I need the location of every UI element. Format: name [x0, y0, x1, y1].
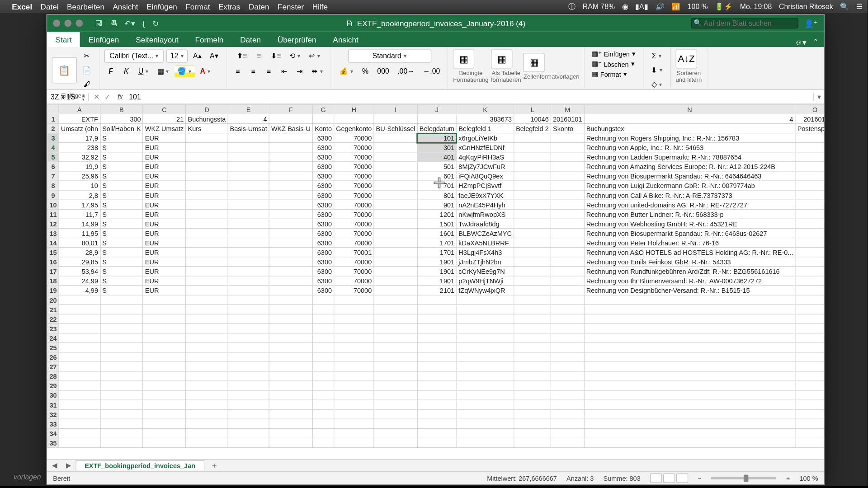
cell-I29[interactable] — [374, 381, 417, 390]
cell-F30[interactable] — [269, 390, 312, 400]
cell-F29[interactable] — [269, 381, 312, 390]
cell-D4[interactable] — [186, 143, 228, 152]
cell-D2[interactable]: Kurs — [186, 123, 228, 133]
cell-K16[interactable]: jJmbZTjhN2bn — [457, 257, 514, 267]
cell-D32[interactable] — [186, 409, 228, 419]
cell-J22[interactable] — [417, 314, 457, 324]
cell-I10[interactable] — [374, 200, 417, 209]
cell-K7[interactable]: iFQiA8QuQ9ex — [457, 171, 514, 181]
cell-B4[interactable]: S — [100, 143, 143, 152]
zoom-window-icon[interactable] — [75, 19, 83, 27]
cell-I21[interactable] — [374, 305, 417, 314]
format-as-table-button[interactable]: ▦ — [491, 49, 512, 68]
cell-H19[interactable]: 70000 — [334, 286, 374, 295]
cell-A14[interactable]: 80,01 — [59, 238, 100, 248]
cell-M23[interactable] — [551, 324, 584, 333]
cell-O5[interactable] — [795, 152, 824, 162]
cell-M31[interactable] — [551, 400, 584, 409]
select-all-corner[interactable] — [47, 104, 59, 114]
cell-N19[interactable]: Rechnung von Designbücher-Versand: R.-Nr… — [584, 286, 795, 295]
cell-M13[interactable] — [551, 228, 584, 238]
cell-K6[interactable]: 8MjZy7JCwFuR — [457, 162, 514, 171]
cell-M21[interactable] — [551, 305, 584, 314]
cell-H3[interactable]: 70000 — [334, 133, 374, 143]
cell-O7[interactable] — [795, 171, 824, 181]
row-header-13[interactable]: 13 — [47, 228, 59, 238]
cell-O32[interactable] — [795, 409, 824, 419]
col-header-K[interactable]: K — [457, 104, 514, 114]
cell-I12[interactable] — [374, 219, 417, 228]
cell-J7[interactable]: 601 — [417, 171, 457, 181]
cell-A22[interactable] — [59, 314, 100, 324]
cell-C18[interactable]: EUR — [143, 276, 186, 286]
cell-H12[interactable]: 70000 — [334, 219, 374, 228]
cell-I26[interactable] — [374, 352, 417, 362]
cell-D6[interactable] — [186, 162, 228, 171]
cell-G27[interactable] — [313, 362, 334, 371]
cell-D19[interactable] — [186, 286, 228, 295]
cell-N7[interactable]: Rechnung von Biosupermarkt Spandau: R.-N… — [584, 171, 795, 181]
cell-I1[interactable] — [374, 114, 417, 123]
cell-K15[interactable]: H3Lgj4FsX4h3 — [457, 248, 514, 257]
cell-N15[interactable]: Rechnung von A&O HOTELS ad HOSTELS Holdi… — [584, 248, 795, 257]
font-color-button[interactable]: A — [197, 65, 213, 78]
cell-E35[interactable] — [228, 438, 269, 447]
cell-C6[interactable]: EUR — [143, 162, 186, 171]
cell-L11[interactable] — [514, 209, 551, 219]
cell-G29[interactable] — [313, 381, 334, 390]
cell-E21[interactable] — [228, 305, 269, 314]
cell-O20[interactable] — [795, 295, 824, 305]
cell-M3[interactable] — [551, 133, 584, 143]
cell-K14[interactable]: kDaXA5NLBRRF — [457, 238, 514, 248]
cell-L25[interactable] — [514, 343, 551, 352]
cell-B15[interactable]: S — [100, 248, 143, 257]
cell-O1[interactable]: 20160101 — [795, 114, 824, 123]
cell-E23[interactable] — [228, 324, 269, 333]
cell-K8[interactable]: HZmpPCjSvvtf — [457, 181, 514, 190]
cell-L28[interactable] — [514, 371, 551, 381]
cell-D22[interactable] — [186, 314, 228, 324]
undo-icon[interactable]: ↶▾ — [124, 19, 135, 28]
cell-N29[interactable] — [584, 381, 795, 390]
cell-O19[interactable] — [795, 286, 824, 295]
cell-I20[interactable] — [374, 295, 417, 305]
cell-C1[interactable]: 21 — [143, 114, 186, 123]
cell-L21[interactable] — [514, 305, 551, 314]
cell-D26[interactable] — [186, 352, 228, 362]
cell-E18[interactable] — [228, 276, 269, 286]
cell-K32[interactable] — [457, 409, 514, 419]
cell-E22[interactable] — [228, 314, 269, 324]
row-header-24[interactable]: 24 — [47, 333, 59, 343]
cell-G11[interactable]: 6300 — [313, 209, 334, 219]
cell-N5[interactable]: Rechnung von Ladden Supermarkt: R.-Nr.: … — [584, 152, 795, 162]
row-header-7[interactable]: 7 — [47, 171, 59, 181]
align-bottom-icon[interactable]: ⬇≡ — [268, 49, 284, 62]
cell-A3[interactable]: 17,9 — [59, 133, 100, 143]
cell-I19[interactable] — [374, 286, 417, 295]
cell-J16[interactable]: 1901 — [417, 257, 457, 267]
cell-N25[interactable] — [584, 343, 795, 352]
cell-L30[interactable] — [514, 390, 551, 400]
cell-D20[interactable] — [186, 295, 228, 305]
copy-icon[interactable]: 📄 — [79, 64, 94, 77]
cell-H18[interactable]: 70000 — [334, 276, 374, 286]
cell-J10[interactable]: 901 — [417, 200, 457, 209]
cell-I7[interactable] — [374, 171, 417, 181]
col-header-B[interactable]: B — [100, 104, 143, 114]
cell-C4[interactable]: EUR — [143, 143, 186, 152]
cell-N32[interactable] — [584, 409, 795, 419]
cell-A32[interactable] — [59, 409, 100, 419]
cell-J29[interactable] — [417, 381, 457, 390]
cell-E2[interactable]: Basis-Umsat — [228, 123, 269, 133]
merge-cells-icon[interactable]: ⬌ — [309, 65, 326, 78]
cell-L19[interactable] — [514, 286, 551, 295]
cell-E34[interactable] — [228, 428, 269, 438]
confirm-formula-icon[interactable]: ✓ — [104, 93, 110, 101]
cell-F12[interactable] — [269, 219, 312, 228]
cell-J1[interactable] — [417, 114, 457, 123]
cell-L12[interactable] — [514, 219, 551, 228]
cell-I6[interactable] — [374, 162, 417, 171]
cell-F14[interactable] — [269, 238, 312, 248]
row-header-9[interactable]: 9 — [47, 190, 59, 200]
row-header-20[interactable]: 20 — [47, 295, 59, 305]
